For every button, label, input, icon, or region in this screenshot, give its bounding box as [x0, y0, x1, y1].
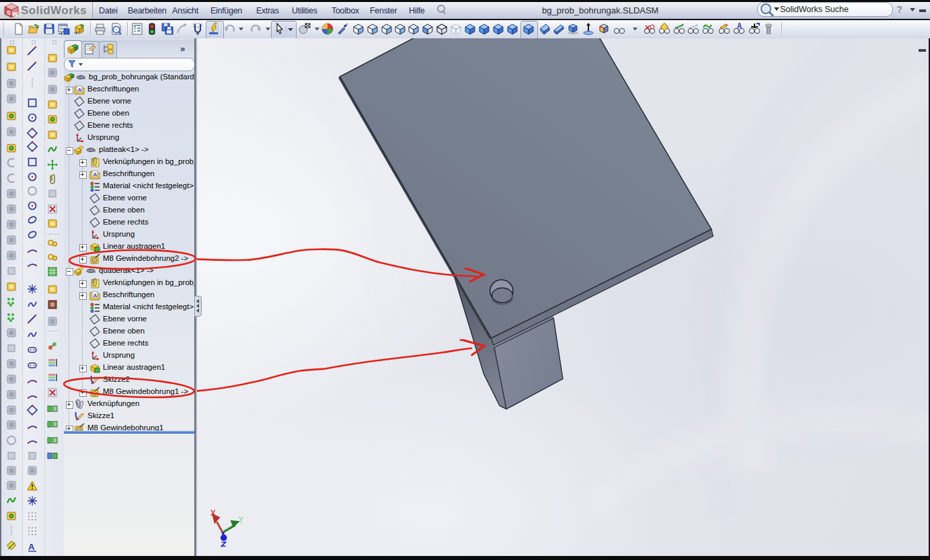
svg-text:A: A: [78, 87, 82, 93]
svg-text:A: A: [93, 171, 98, 177]
svg-text:S: S: [7, 9, 11, 16]
svg-text:A: A: [93, 292, 98, 298]
svg-text:W: W: [12, 11, 18, 17]
svg-text:A: A: [737, 22, 742, 30]
svg-text:A: A: [28, 542, 35, 552]
